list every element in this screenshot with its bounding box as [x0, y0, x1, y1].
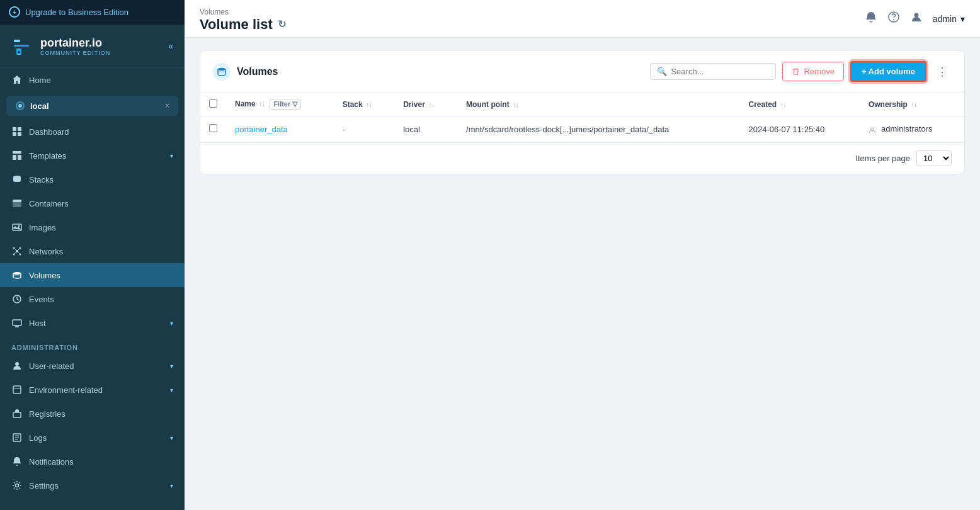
col-name: Name ↑↓ Filter ▽ — [226, 93, 334, 116]
svg-rect-2 — [14, 45, 29, 47]
sidebar-item-registries[interactable]: Registries — [0, 402, 185, 426]
svg-rect-7 — [13, 127, 16, 131]
svg-point-46 — [893, 20, 894, 21]
networks-icon — [11, 246, 23, 257]
sidebar-item-containers[interactable]: Containers — [0, 191, 185, 215]
sidebar-item-logs[interactable]: Logs ▾ — [0, 426, 185, 450]
images-icon — [11, 222, 23, 233]
sidebar-item-networks[interactable]: Networks — [0, 239, 185, 263]
sidebar-item-host[interactable]: Host ▾ — [0, 311, 185, 335]
ownership-icon — [869, 125, 880, 133]
row-checkbox[interactable] — [209, 124, 217, 132]
environment-related-icon — [11, 384, 23, 395]
logo-edition: COMMUNITY EDITION — [40, 50, 110, 56]
registries-icon — [11, 408, 23, 419]
ownership-sort-icon[interactable]: ↑↓ — [911, 101, 917, 108]
table-row: portainer_data - local /mnt/sdcard/rootl… — [200, 116, 964, 142]
user-icon[interactable] — [910, 11, 923, 26]
sidebar-collapse-button[interactable]: « — [166, 38, 176, 54]
topbar-right: admin ▾ — [865, 11, 965, 26]
driver-sort-icon[interactable]: ↑↓ — [428, 101, 435, 108]
name-sort-icon[interactable]: ↑↓ — [259, 101, 265, 108]
svg-rect-13 — [18, 155, 21, 160]
volumes-table: Name ↑↓ Filter ▽ Stack ↑↓ Driver ↑↓ — [200, 93, 964, 142]
name-filter-button[interactable]: Filter ▽ — [270, 99, 301, 110]
logo-text: portainer.io COMMUNITY EDITION — [40, 37, 110, 56]
user-related-icon — [11, 360, 23, 371]
mount-sort-icon[interactable]: ↑↓ — [513, 101, 519, 108]
containers-icon — [11, 198, 23, 209]
sidebar-item-environment-related-label: Environment-related — [29, 385, 164, 395]
logo-inner: portainer.io COMMUNITY EDITION — [9, 33, 110, 59]
sidebar-item-images[interactable]: Images — [0, 215, 185, 239]
environment-header[interactable]: local × — [6, 96, 178, 116]
row-created: 2024-06-07 11:25:40 — [740, 116, 860, 142]
row-driver: local — [394, 116, 457, 142]
sidebar-item-events[interactable]: Events — [0, 287, 185, 311]
add-volume-button[interactable]: + Add volume — [850, 61, 926, 82]
stack-sort-icon[interactable]: ↑↓ — [366, 101, 372, 108]
sidebar-item-home[interactable]: Home — [0, 68, 185, 92]
settings-icon — [11, 480, 23, 491]
user-related-chevron-icon: ▾ — [170, 363, 173, 370]
card-title-text: Volumes — [237, 66, 278, 77]
row-checkbox-cell — [200, 116, 226, 142]
notifications-icon — [11, 456, 23, 467]
notifications-bell-icon[interactable] — [865, 11, 877, 26]
settings-chevron-icon: ▾ — [170, 482, 173, 489]
row-name: portainer_data — [226, 116, 334, 142]
svg-point-6 — [18, 104, 22, 108]
sidebar-item-home-label: Home — [29, 76, 173, 85]
items-per-page-label: Items per page — [855, 154, 910, 163]
refresh-button[interactable]: ↻ — [278, 18, 286, 30]
svg-line-32 — [17, 299, 19, 300]
card-actions: 🔍 ✕ Remove + Add volume ⋮ — [650, 61, 952, 82]
events-icon — [11, 293, 23, 305]
sidebar-item-environment-related[interactable]: Environment-related ▾ — [0, 378, 185, 402]
svg-rect-16 — [13, 200, 21, 202]
environment-name: local — [15, 101, 49, 111]
sidebar-item-notifications[interactable]: Notifications — [0, 450, 185, 473]
add-volume-label: + Add volume — [862, 67, 915, 76]
help-icon[interactable] — [887, 11, 900, 26]
items-per-page-select[interactable]: 10 25 50 100 — [916, 150, 952, 166]
created-sort-icon[interactable]: ↑↓ — [780, 101, 787, 108]
remove-button[interactable]: Remove — [782, 62, 843, 81]
breadcrumb: Volumes — [200, 5, 286, 16]
card-header: Volumes 🔍 ✕ Remove + Add volume — [200, 51, 964, 93]
sidebar-item-user-related[interactable]: User-related ▾ — [0, 354, 185, 378]
volume-name-link[interactable]: portainer_data — [235, 125, 288, 134]
sidebar-item-networks-label: Networks — [29, 247, 173, 256]
sidebar-item-templates[interactable]: Templates ▾ — [0, 144, 185, 167]
logo-name: portainer.io — [40, 37, 110, 50]
row-ownership: administrators — [860, 116, 964, 142]
sidebar: + Upgrade to Business Edition portainer.… — [0, 0, 185, 510]
upgrade-banner[interactable]: + Upgrade to Business Edition — [0, 0, 185, 25]
select-all-checkbox[interactable] — [209, 99, 217, 108]
environment-close-button[interactable]: × — [165, 101, 169, 110]
user-menu-chevron-icon: ▾ — [960, 14, 965, 24]
table-header-row: Name ↑↓ Filter ▽ Stack ↑↓ Driver ↑↓ — [200, 93, 964, 116]
home-icon — [11, 74, 23, 86]
svg-point-48 — [218, 67, 225, 70]
more-options-icon[interactable]: ⋮ — [933, 65, 952, 79]
volumes-icon — [11, 269, 23, 281]
page-title: Volume list ↻ — [200, 16, 286, 33]
sidebar-item-containers-label: Containers — [29, 199, 173, 208]
logo-area: portainer.io COMMUNITY EDITION « — [0, 25, 185, 68]
col-created: Created ↑↓ — [740, 93, 860, 116]
pagination-row: Items per page 10 25 50 100 — [200, 142, 964, 174]
templates-icon — [11, 150, 23, 161]
row-stack: - — [334, 116, 394, 142]
search-input[interactable] — [671, 67, 777, 76]
search-box[interactable]: 🔍 ✕ — [650, 63, 776, 80]
sidebar-item-dashboard[interactable]: Dashboard — [0, 120, 185, 144]
user-menu[interactable]: admin ▾ — [933, 14, 965, 24]
svg-point-28 — [13, 272, 21, 275]
templates-chevron-icon: ▾ — [170, 152, 173, 159]
sidebar-item-templates-label: Templates — [29, 151, 164, 161]
sidebar-item-settings[interactable]: Settings ▾ — [0, 473, 185, 497]
sidebar-item-volumes[interactable]: Volumes — [0, 263, 185, 287]
sidebar-item-stacks[interactable]: Stacks — [0, 167, 185, 191]
dashboard-icon — [11, 126, 23, 137]
